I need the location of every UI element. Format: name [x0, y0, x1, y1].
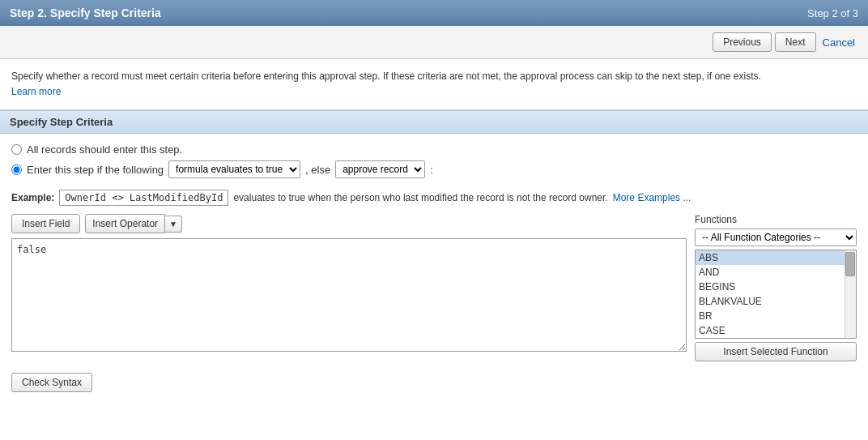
step-info: Step 2 of 3 — [807, 7, 858, 19]
list-item[interactable]: BLANKVALUE — [696, 294, 856, 309]
list-item[interactable]: BEGINS — [696, 280, 856, 294]
section-title: Specify Step Criteria — [10, 116, 113, 128]
section-header: Specify Step Criteria — [0, 110, 868, 134]
main-content: All records should enter this step. Ente… — [0, 134, 868, 402]
formula-left: Insert Field Insert Operator ▼ false — [11, 214, 687, 352]
functions-list: ABS AND BEGINS BLANKVALUE BR CASE — [696, 250, 856, 338]
description-text: Specify whether a record must meet certa… — [11, 70, 761, 82]
cancel-link[interactable]: Cancel — [819, 33, 858, 52]
example-code: OwnerId <> LastModifiedById — [59, 190, 228, 206]
top-actions: Previous Next Cancel — [0, 26, 868, 59]
example-label: Example: — [11, 192, 54, 203]
radio-row-2: Enter this step if the following formula… — [11, 160, 857, 178]
insert-operator-main-button[interactable]: Insert Operator — [85, 214, 165, 233]
formula-area: Insert Field Insert Operator ▼ false Fun… — [11, 214, 857, 361]
radio-enter-if-label: Enter this step if the following — [27, 164, 164, 176]
radio-enter-if[interactable] — [11, 164, 22, 175]
insert-operator-btn: Insert Operator ▼ — [85, 214, 182, 233]
formula-right: Functions -- All Function Categories -- … — [695, 214, 857, 361]
check-syntax-button[interactable]: Check Syntax — [11, 373, 92, 392]
radio-all-records-label: All records should enter this step. — [27, 143, 182, 156]
scrollbar-thumb[interactable] — [845, 252, 855, 276]
radio-group: All records should enter this step. Ente… — [11, 143, 857, 178]
function-categories-select[interactable]: -- All Function Categories -- — [695, 229, 857, 246]
colon-label: : — [430, 164, 433, 176]
example-row: Example: OwnerId <> LastModifiedById eva… — [11, 190, 857, 206]
description-section: Specify whether a record must meet certa… — [0, 59, 868, 110]
functions-listbox-container: ABS AND BEGINS BLANKVALUE BR CASE — [695, 250, 857, 339]
more-examples-link[interactable]: More Examples ... — [613, 192, 691, 203]
check-syntax-row: Check Syntax — [11, 373, 857, 392]
formula-textarea[interactable]: false — [11, 238, 687, 352]
previous-button[interactable]: Previous — [713, 32, 772, 52]
header-bar: Step 2. Specify Step Criteria Step 2 of … — [0, 0, 868, 26]
functions-label: Functions — [695, 214, 857, 225]
list-item[interactable]: ABS — [696, 250, 856, 265]
else-action-select[interactable]: approve record — [335, 160, 425, 178]
example-description: evaluates to true when the person who la… — [233, 192, 607, 203]
list-item[interactable]: AND — [696, 265, 856, 280]
insert-buttons: Insert Field Insert Operator ▼ — [11, 214, 687, 233]
radio-all-records[interactable] — [11, 144, 22, 155]
insert-operator-arrow-button[interactable]: ▼ — [165, 216, 182, 233]
page-title: Step 2. Specify Step Criteria — [10, 6, 161, 19]
radio-row-1: All records should enter this step. — [11, 143, 857, 156]
insert-field-button[interactable]: Insert Field — [11, 214, 80, 233]
else-label: , else — [305, 164, 330, 176]
insert-selected-function-button[interactable]: Insert Selected Function — [695, 342, 857, 361]
next-button[interactable]: Next — [775, 32, 816, 52]
learn-more-link[interactable]: Learn more — [11, 86, 61, 97]
scrollbar-track[interactable] — [845, 250, 856, 338]
list-item[interactable]: CASE — [696, 323, 856, 338]
list-item[interactable]: BR — [696, 309, 856, 323]
formula-evaluates-select[interactable]: formula evaluates to true — [168, 160, 300, 178]
